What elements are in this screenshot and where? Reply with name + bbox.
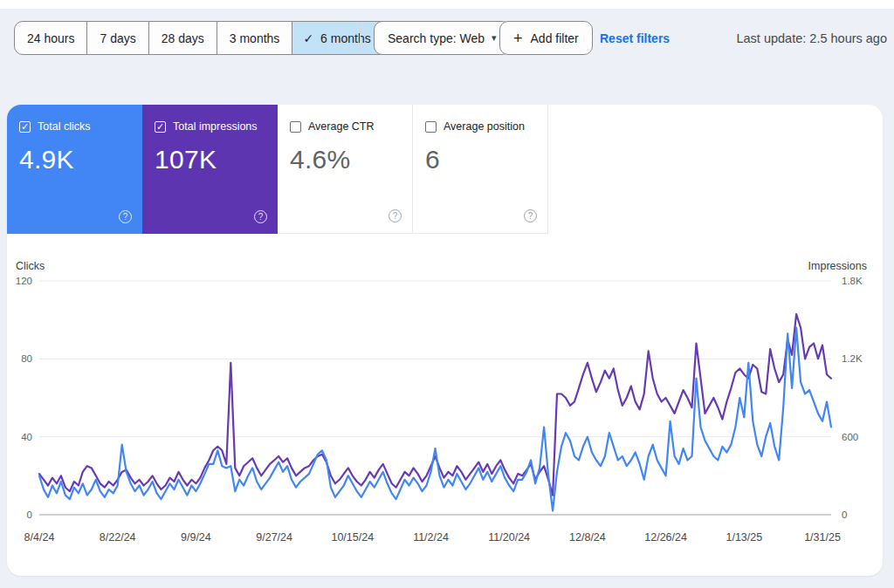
metric-label: Total clicks (38, 120, 90, 133)
metric-value: 4.9K (19, 145, 130, 174)
metric-label: Average CTR (308, 120, 375, 133)
metric-card-average-position[interactable]: Average position 6 ? (413, 105, 548, 234)
svg-text:12/26/24: 12/26/24 (644, 531, 687, 544)
metric-card-total-clicks[interactable]: ✓ Total clicks 4.9K ? (7, 105, 142, 234)
plus-icon: + (513, 31, 523, 46)
svg-text:Impressions: Impressions (808, 260, 867, 272)
svg-text:1.2K: 1.2K (842, 353, 863, 364)
metric-label: Total impressions (173, 120, 258, 133)
reset-filters-link[interactable]: Reset filters (600, 31, 670, 45)
svg-text:1/31/25: 1/31/25 (804, 531, 841, 544)
date-range-7-days[interactable]: 7 days (86, 22, 148, 54)
svg-text:10/15/24: 10/15/24 (331, 531, 374, 544)
svg-text:Clicks: Clicks (16, 260, 45, 272)
toolbar-divider (360, 24, 361, 51)
svg-text:1/13/25: 1/13/25 (726, 531, 762, 544)
checkbox-total-impressions[interactable]: ✓ (155, 121, 166, 133)
svg-text:8/4/24: 8/4/24 (24, 531, 55, 544)
svg-text:80: 80 (21, 353, 32, 364)
metric-card-total-impressions[interactable]: ✓ Total impressions 107K ? (142, 105, 278, 234)
metric-value: 6 (425, 145, 535, 174)
svg-text:8/22/24: 8/22/24 (100, 531, 136, 544)
svg-text:9/9/24: 9/9/24 (181, 531, 211, 544)
date-range-3-months[interactable]: 3 months (217, 22, 292, 54)
svg-text:120: 120 (16, 276, 32, 286)
date-range-segmented-control: 24 hours 7 days 28 days 3 months ✓ 6 mon… (14, 21, 402, 55)
metric-value: 4.6% (290, 145, 400, 174)
top-white-strip (0, 0, 894, 9)
svg-text:0: 0 (27, 509, 32, 520)
chevron-down-icon: ▾ (492, 32, 497, 44)
checkmark-icon: ✓ (303, 31, 313, 45)
svg-text:12/8/24: 12/8/24 (569, 531, 606, 544)
metric-card-average-ctr[interactable]: Average CTR 4.6% ? (278, 105, 413, 234)
metric-value: 107K (155, 145, 265, 174)
add-filter-button[interactable]: + Add filter (499, 21, 593, 55)
metric-cards-row: ✓ Total clicks 4.9K ? ✓ Total impression… (7, 105, 883, 234)
checkbox-average-ctr[interactable] (290, 121, 301, 133)
svg-text:40: 40 (21, 432, 32, 442)
date-range-24-hours[interactable]: 24 hours (15, 22, 86, 54)
svg-text:0: 0 (842, 509, 847, 520)
svg-text:600: 600 (842, 432, 858, 442)
performance-panel: ✓ Total clicks 4.9K ? ✓ Total impression… (7, 105, 883, 576)
svg-text:9/27/24: 9/27/24 (256, 531, 292, 544)
help-icon[interactable]: ? (254, 210, 267, 223)
search-type-dropdown[interactable]: Search type: Web ▾ (374, 21, 511, 55)
svg-text:11/20/24: 11/20/24 (488, 531, 530, 544)
svg-text:1.8K: 1.8K (842, 276, 863, 286)
last-update-text: Last update: 2.5 hours ago (736, 31, 887, 45)
checkbox-average-position[interactable] (425, 121, 437, 133)
help-icon[interactable]: ? (389, 209, 402, 222)
help-icon[interactable]: ? (524, 209, 537, 222)
checkbox-total-clicks[interactable]: ✓ (19, 121, 31, 133)
help-icon[interactable]: ? (119, 210, 132, 223)
svg-text:11/2/24: 11/2/24 (413, 531, 449, 544)
filter-toolbar: 24 hours 7 days 28 days 3 months ✓ 6 mon… (0, 9, 894, 87)
metric-label: Average position (444, 120, 525, 133)
performance-line-chart[interactable]: 0040600801.2K1201.8KClicksImpressions8/4… (7, 258, 883, 571)
date-range-28-days[interactable]: 28 days (148, 22, 217, 54)
